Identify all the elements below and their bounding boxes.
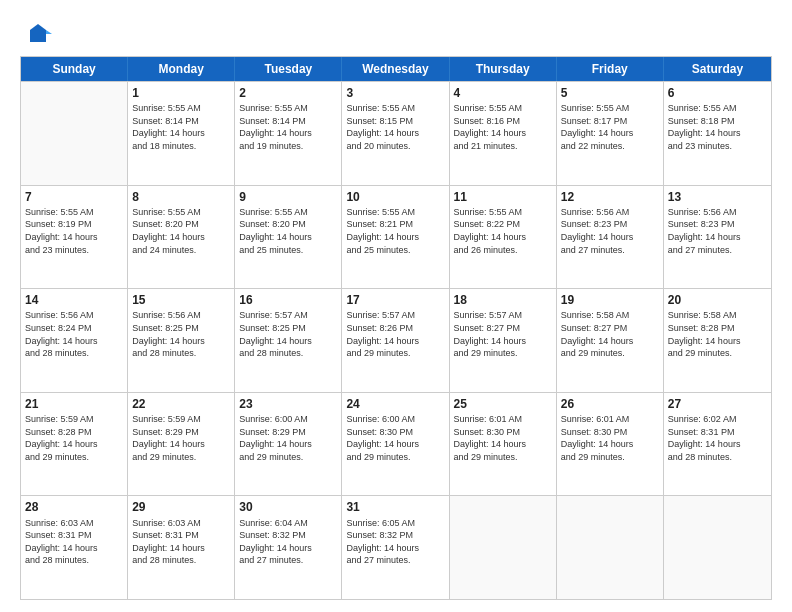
day-number: 26 (561, 396, 659, 412)
day-number: 30 (239, 499, 337, 515)
day-number: 25 (454, 396, 552, 412)
calendar-cell: 24Sunrise: 6:00 AM Sunset: 8:30 PM Dayli… (342, 393, 449, 496)
cell-info: Sunrise: 5:55 AM Sunset: 8:16 PM Dayligh… (454, 102, 552, 152)
day-number: 19 (561, 292, 659, 308)
day-number: 9 (239, 189, 337, 205)
day-number: 29 (132, 499, 230, 515)
calendar-cell: 14Sunrise: 5:56 AM Sunset: 8:24 PM Dayli… (21, 289, 128, 392)
day-number: 16 (239, 292, 337, 308)
day-number: 12 (561, 189, 659, 205)
calendar-cell: 13Sunrise: 5:56 AM Sunset: 8:23 PM Dayli… (664, 186, 771, 289)
calendar-body: 1Sunrise: 5:55 AM Sunset: 8:14 PM Daylig… (21, 81, 771, 599)
calendar-cell: 25Sunrise: 6:01 AM Sunset: 8:30 PM Dayli… (450, 393, 557, 496)
calendar-cell: 12Sunrise: 5:56 AM Sunset: 8:23 PM Dayli… (557, 186, 664, 289)
day-number: 3 (346, 85, 444, 101)
day-number: 5 (561, 85, 659, 101)
cell-info: Sunrise: 5:57 AM Sunset: 8:26 PM Dayligh… (346, 309, 444, 359)
calendar-row: 7Sunrise: 5:55 AM Sunset: 8:19 PM Daylig… (21, 185, 771, 289)
day-number: 4 (454, 85, 552, 101)
cell-info: Sunrise: 5:55 AM Sunset: 8:17 PM Dayligh… (561, 102, 659, 152)
calendar-cell: 17Sunrise: 5:57 AM Sunset: 8:26 PM Dayli… (342, 289, 449, 392)
cell-info: Sunrise: 6:00 AM Sunset: 8:30 PM Dayligh… (346, 413, 444, 463)
day-number: 10 (346, 189, 444, 205)
calendar-cell: 19Sunrise: 5:58 AM Sunset: 8:27 PM Dayli… (557, 289, 664, 392)
logo-icon (24, 20, 52, 48)
calendar-row: 1Sunrise: 5:55 AM Sunset: 8:14 PM Daylig… (21, 81, 771, 185)
calendar-cell: 28Sunrise: 6:03 AM Sunset: 8:31 PM Dayli… (21, 496, 128, 599)
cell-info: Sunrise: 5:58 AM Sunset: 8:27 PM Dayligh… (561, 309, 659, 359)
calendar-cell (664, 496, 771, 599)
cal-header-day: Wednesday (342, 57, 449, 81)
calendar-cell (450, 496, 557, 599)
calendar-cell: 5Sunrise: 5:55 AM Sunset: 8:17 PM Daylig… (557, 82, 664, 185)
cal-header-day: Sunday (21, 57, 128, 81)
day-number: 24 (346, 396, 444, 412)
calendar-row: 14Sunrise: 5:56 AM Sunset: 8:24 PM Dayli… (21, 288, 771, 392)
calendar-cell: 31Sunrise: 6:05 AM Sunset: 8:32 PM Dayli… (342, 496, 449, 599)
cell-info: Sunrise: 5:56 AM Sunset: 8:25 PM Dayligh… (132, 309, 230, 359)
day-number: 15 (132, 292, 230, 308)
cal-header-day: Saturday (664, 57, 771, 81)
cell-info: Sunrise: 6:00 AM Sunset: 8:29 PM Dayligh… (239, 413, 337, 463)
day-number: 8 (132, 189, 230, 205)
cell-info: Sunrise: 5:55 AM Sunset: 8:15 PM Dayligh… (346, 102, 444, 152)
calendar-cell: 8Sunrise: 5:55 AM Sunset: 8:20 PM Daylig… (128, 186, 235, 289)
day-number: 1 (132, 85, 230, 101)
cell-info: Sunrise: 5:55 AM Sunset: 8:21 PM Dayligh… (346, 206, 444, 256)
calendar-cell: 10Sunrise: 5:55 AM Sunset: 8:21 PM Dayli… (342, 186, 449, 289)
cell-info: Sunrise: 5:56 AM Sunset: 8:24 PM Dayligh… (25, 309, 123, 359)
cell-info: Sunrise: 6:03 AM Sunset: 8:31 PM Dayligh… (132, 517, 230, 567)
calendar-cell: 15Sunrise: 5:56 AM Sunset: 8:25 PM Dayli… (128, 289, 235, 392)
day-number: 18 (454, 292, 552, 308)
calendar-header: SundayMondayTuesdayWednesdayThursdayFrid… (21, 57, 771, 81)
page: SundayMondayTuesdayWednesdayThursdayFrid… (0, 0, 792, 612)
day-number: 14 (25, 292, 123, 308)
header (20, 16, 772, 48)
day-number: 27 (668, 396, 767, 412)
day-number: 17 (346, 292, 444, 308)
calendar-row: 28Sunrise: 6:03 AM Sunset: 8:31 PM Dayli… (21, 495, 771, 599)
svg-marker-0 (30, 24, 46, 42)
cell-info: Sunrise: 5:57 AM Sunset: 8:27 PM Dayligh… (454, 309, 552, 359)
cell-info: Sunrise: 5:55 AM Sunset: 8:20 PM Dayligh… (239, 206, 337, 256)
cell-info: Sunrise: 5:55 AM Sunset: 8:14 PM Dayligh… (132, 102, 230, 152)
day-number: 21 (25, 396, 123, 412)
calendar-cell: 6Sunrise: 5:55 AM Sunset: 8:18 PM Daylig… (664, 82, 771, 185)
cell-info: Sunrise: 5:55 AM Sunset: 8:19 PM Dayligh… (25, 206, 123, 256)
cell-info: Sunrise: 6:01 AM Sunset: 8:30 PM Dayligh… (454, 413, 552, 463)
day-number: 23 (239, 396, 337, 412)
cell-info: Sunrise: 5:56 AM Sunset: 8:23 PM Dayligh… (668, 206, 767, 256)
calendar-cell: 7Sunrise: 5:55 AM Sunset: 8:19 PM Daylig… (21, 186, 128, 289)
calendar-cell: 1Sunrise: 5:55 AM Sunset: 8:14 PM Daylig… (128, 82, 235, 185)
calendar-cell: 11Sunrise: 5:55 AM Sunset: 8:22 PM Dayli… (450, 186, 557, 289)
day-number: 7 (25, 189, 123, 205)
day-number: 13 (668, 189, 767, 205)
calendar-row: 21Sunrise: 5:59 AM Sunset: 8:28 PM Dayli… (21, 392, 771, 496)
day-number: 6 (668, 85, 767, 101)
cell-info: Sunrise: 6:01 AM Sunset: 8:30 PM Dayligh… (561, 413, 659, 463)
cal-header-day: Thursday (450, 57, 557, 81)
calendar-cell (557, 496, 664, 599)
calendar-cell (21, 82, 128, 185)
day-number: 31 (346, 499, 444, 515)
cell-info: Sunrise: 5:59 AM Sunset: 8:29 PM Dayligh… (132, 413, 230, 463)
calendar-cell: 9Sunrise: 5:55 AM Sunset: 8:20 PM Daylig… (235, 186, 342, 289)
cell-info: Sunrise: 5:58 AM Sunset: 8:28 PM Dayligh… (668, 309, 767, 359)
cal-header-day: Friday (557, 57, 664, 81)
cell-info: Sunrise: 6:04 AM Sunset: 8:32 PM Dayligh… (239, 517, 337, 567)
cell-info: Sunrise: 6:05 AM Sunset: 8:32 PM Dayligh… (346, 517, 444, 567)
cal-header-day: Tuesday (235, 57, 342, 81)
calendar-cell: 30Sunrise: 6:04 AM Sunset: 8:32 PM Dayli… (235, 496, 342, 599)
calendar-cell: 21Sunrise: 5:59 AM Sunset: 8:28 PM Dayli… (21, 393, 128, 496)
calendar-cell: 20Sunrise: 5:58 AM Sunset: 8:28 PM Dayli… (664, 289, 771, 392)
calendar: SundayMondayTuesdayWednesdayThursdayFrid… (20, 56, 772, 600)
cell-info: Sunrise: 6:03 AM Sunset: 8:31 PM Dayligh… (25, 517, 123, 567)
calendar-cell: 27Sunrise: 6:02 AM Sunset: 8:31 PM Dayli… (664, 393, 771, 496)
day-number: 11 (454, 189, 552, 205)
calendar-cell: 4Sunrise: 5:55 AM Sunset: 8:16 PM Daylig… (450, 82, 557, 185)
calendar-cell: 23Sunrise: 6:00 AM Sunset: 8:29 PM Dayli… (235, 393, 342, 496)
calendar-cell: 22Sunrise: 5:59 AM Sunset: 8:29 PM Dayli… (128, 393, 235, 496)
cal-header-day: Monday (128, 57, 235, 81)
cell-info: Sunrise: 5:57 AM Sunset: 8:25 PM Dayligh… (239, 309, 337, 359)
calendar-cell: 26Sunrise: 6:01 AM Sunset: 8:30 PM Dayli… (557, 393, 664, 496)
